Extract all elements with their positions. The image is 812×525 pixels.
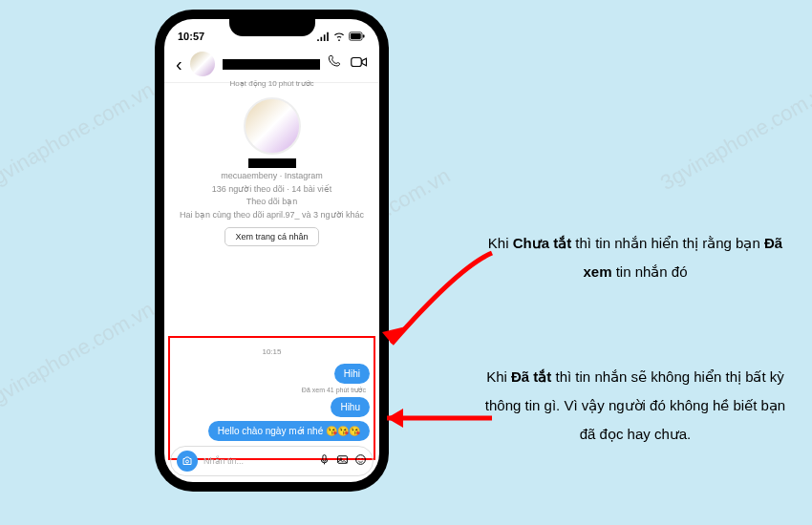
view-profile-button[interactable]: Xem trang cá nhân: [224, 227, 318, 246]
svg-rect-3: [352, 58, 362, 67]
signal-icon: [316, 32, 330, 41]
wifi-icon: [332, 32, 346, 41]
profile-avatar[interactable]: [244, 97, 301, 155]
video-call-icon[interactable]: [351, 55, 368, 73]
svg-marker-12: [387, 409, 403, 428]
mic-icon[interactable]: [318, 453, 331, 469]
header-activity: Hoạt động 10 phút trước: [164, 79, 379, 92]
header-avatar[interactable]: [190, 52, 215, 76]
chat-header: ‹: [164, 48, 379, 83]
watermark: 3gvinaphone.com.vn: [656, 77, 812, 196]
camera-button[interactable]: [177, 451, 198, 472]
profile-follow-status: Theo dõi bạn: [174, 196, 370, 209]
profile-name-censored: [248, 158, 296, 168]
annotation-2: Khi Đã tắt thì tin nhắn sẽ không hiển th…: [482, 363, 788, 449]
phone-notch: [229, 19, 315, 36]
battery-icon: [349, 32, 366, 41]
watermark: 3gvinaphone.com.vn: [0, 77, 159, 196]
annotation-1: Khi Chưa tắt thì tin nhắn hiển thị rằng …: [482, 229, 788, 286]
status-time: 10:57: [178, 31, 204, 42]
chat-area: 10:15 Hihi Đã xem 41 phút trước Hihu Hel…: [164, 336, 379, 449]
svg-point-4: [186, 460, 189, 463]
profile-handle: mecuaembeny · Instagram: [174, 170, 370, 183]
sticker-icon[interactable]: [354, 453, 367, 469]
svg-point-10: [362, 458, 363, 459]
phone-frame: 10:57 ‹ Hoạt động 10 phút trước mecuaemb…: [155, 10, 389, 492]
highlight-box: [168, 336, 375, 460]
photo-icon[interactable]: [336, 453, 349, 469]
profile-mutuals: Hai bạn cùng theo dõi april.97_ và 3 ngư…: [174, 209, 370, 222]
annotation-arrow-2: [373, 401, 497, 439]
svg-rect-1: [351, 33, 361, 39]
svg-rect-2: [363, 34, 365, 37]
message-input[interactable]: Nhắn tin...: [203, 456, 312, 466]
profile-section: mecuaembeny · Instagram 136 người theo d…: [164, 92, 379, 250]
svg-point-9: [358, 458, 359, 459]
audio-call-icon[interactable]: [328, 54, 343, 74]
annotation-arrow-1: [373, 248, 497, 363]
header-name-censored: [223, 59, 320, 70]
svg-point-8: [356, 455, 366, 465]
watermark: 3gvinaphone.com.vn: [0, 297, 159, 415]
back-icon[interactable]: ‹: [176, 53, 182, 75]
message-composer: Nhắn tin...: [170, 446, 374, 476]
svg-rect-5: [323, 455, 326, 462]
profile-stats: 136 người theo dõi · 14 bài viết: [174, 183, 370, 197]
phone-screen: 10:57 ‹ Hoạt động 10 phút trước mecuaemb…: [164, 19, 379, 482]
